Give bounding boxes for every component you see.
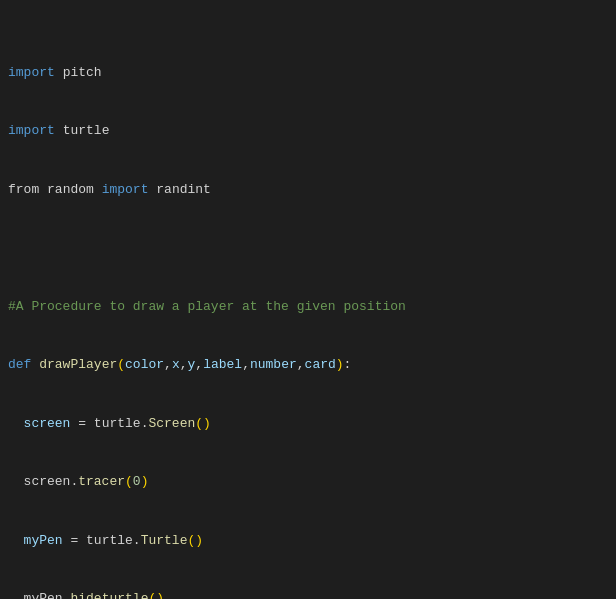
line-5: #A Procedure to draw a player at the giv… <box>0 297 616 317</box>
line-10: myPen.hideturtle() <box>0 589 616 599</box>
line-7: screen = turtle.Screen() <box>0 414 616 434</box>
line-3: from random import randint <box>0 180 616 200</box>
code-editor: import pitch import turtle from random i… <box>0 0 616 599</box>
line-4 <box>0 238 616 258</box>
line-8: screen.tracer(0) <box>0 472 616 492</box>
line-2: import turtle <box>0 121 616 141</box>
line-6: def drawPlayer(color,x,y,label,number,ca… <box>0 355 616 375</box>
line-9: myPen = turtle.Turtle() <box>0 531 616 551</box>
line-1: import pitch <box>0 63 616 83</box>
